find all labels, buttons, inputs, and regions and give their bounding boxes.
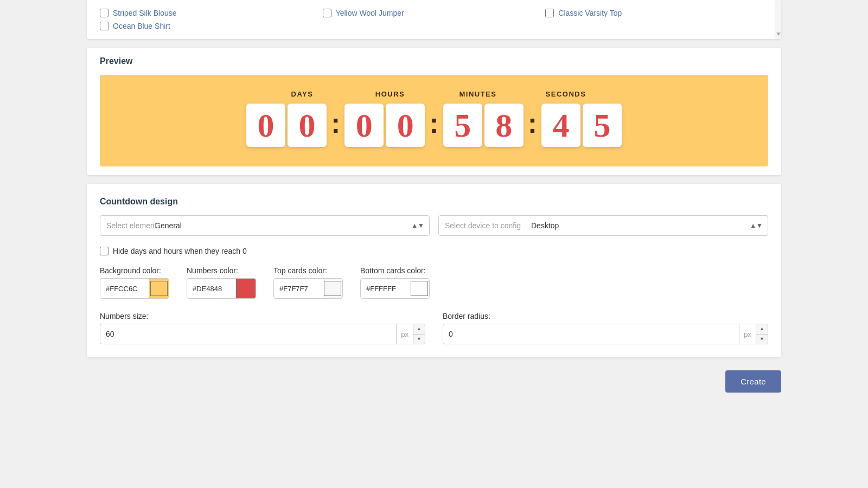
checkbox-item: Ocean Blue Shirt [100, 22, 314, 30]
color-input-group [187, 278, 256, 299]
product-label[interactable]: Classic Varsity Top [558, 9, 622, 17]
size-stepper: ▲ ▼ [413, 324, 425, 344]
color-label: Bottom cards color: [360, 266, 430, 275]
color-input-group [360, 278, 430, 299]
size-input[interactable] [443, 325, 739, 343]
size-input[interactable] [100, 325, 396, 343]
color-swatch[interactable] [323, 279, 342, 298]
size-up-button[interactable]: ▲ [413, 324, 425, 335]
color-input-group [100, 278, 169, 299]
countdown-label: MINUTES [434, 90, 522, 98]
preview-title: Preview [100, 56, 768, 66]
color-text-input[interactable] [100, 280, 149, 297]
product-checkbox[interactable] [545, 9, 554, 17]
color-field-3: Bottom cards color: [360, 266, 430, 299]
digit-card: 0 [288, 104, 327, 147]
digit-card: 5 [443, 104, 482, 147]
digit-card: 4 [541, 104, 580, 147]
checkbox-item: Classic Varsity Top [545, 9, 760, 17]
countdown-label: DAYS [258, 90, 346, 98]
color-text-input[interactable] [187, 280, 236, 297]
product-label[interactable]: Striped Silk Blouse [113, 9, 177, 17]
color-input-group [273, 278, 343, 299]
digit-pair: 00 [246, 104, 327, 147]
device-select[interactable]: DesktopMobileTablet [438, 215, 768, 236]
digit-pair: 45 [541, 104, 622, 147]
size-unit: px [396, 324, 413, 344]
countdown-digits: 00:00:58:45 [246, 104, 622, 147]
colon-separator: : [429, 107, 438, 144]
color-text-input[interactable] [274, 280, 323, 297]
digit-pair: 00 [344, 104, 425, 147]
element-select-wrapper: GeneralNumbersCards ▲▼ Select element [100, 215, 430, 236]
size-input-group: px ▲ ▼ [100, 324, 425, 344]
size-unit: px [739, 324, 756, 344]
product-label[interactable]: Yellow Wool Jumper [336, 9, 404, 17]
digit-card: 5 [583, 104, 622, 147]
size-stepper: ▲ ▼ [756, 324, 768, 344]
color-swatch[interactable] [236, 279, 256, 298]
device-select-wrapper: DesktopMobileTablet ▲▼ Select device to … [438, 215, 768, 236]
design-title: Countdown design [100, 197, 768, 207]
size-up-button[interactable]: ▲ [756, 324, 768, 335]
element-select[interactable]: GeneralNumbersCards [100, 215, 430, 236]
color-label: Top cards color: [273, 266, 343, 275]
product-checkbox[interactable] [100, 9, 108, 17]
countdown-label: SECONDS [522, 90, 610, 98]
color-swatch[interactable] [149, 279, 169, 298]
digit-card: 0 [386, 104, 425, 147]
color-label: Background color: [100, 266, 169, 275]
create-button[interactable]: Create [725, 370, 781, 393]
preview-area: DAYSHOURSMINUTESSECONDS 00:00:58:45 [100, 75, 768, 166]
checkbox-item: Striped Silk Blouse [100, 9, 314, 17]
color-swatch[interactable] [410, 279, 429, 298]
digit-card: 0 [246, 104, 285, 147]
countdown-label: HOURS [346, 90, 434, 98]
color-field-1: Numbers color: [187, 266, 256, 299]
size-label: Border radius: [443, 312, 768, 320]
size-input-group: px ▲ ▼ [443, 324, 768, 344]
size-field-0: Numbers size: px ▲ ▼ [100, 312, 425, 344]
hide-days-label[interactable]: Hide days and hours when they reach 0 [113, 247, 247, 255]
countdown-labels: DAYSHOURSMINUTESSECONDS [111, 90, 757, 98]
digit-card: 8 [484, 104, 524, 147]
hide-checkbox-row: Hide days and hours when they reach 0 [100, 247, 768, 255]
color-field-0: Background color: [100, 266, 169, 299]
product-checkbox[interactable] [323, 9, 331, 17]
digit-card: 0 [344, 104, 384, 147]
color-label: Numbers color: [187, 266, 256, 275]
size-down-button[interactable]: ▼ [413, 335, 425, 344]
color-field-2: Top cards color: [273, 266, 343, 299]
colon-separator: : [528, 107, 537, 144]
color-text-input[interactable] [361, 280, 410, 297]
size-down-button[interactable]: ▼ [756, 335, 768, 344]
size-label: Numbers size: [100, 312, 425, 320]
product-checkbox[interactable] [100, 22, 108, 30]
hide-days-checkbox[interactable] [100, 247, 108, 255]
colon-separator: : [331, 107, 340, 144]
digit-pair: 58 [443, 104, 524, 147]
size-field-1: Border radius: px ▲ ▼ [443, 312, 768, 344]
product-label[interactable]: Ocean Blue Shirt [113, 22, 170, 30]
checkbox-item: Yellow Wool Jumper [323, 9, 537, 17]
